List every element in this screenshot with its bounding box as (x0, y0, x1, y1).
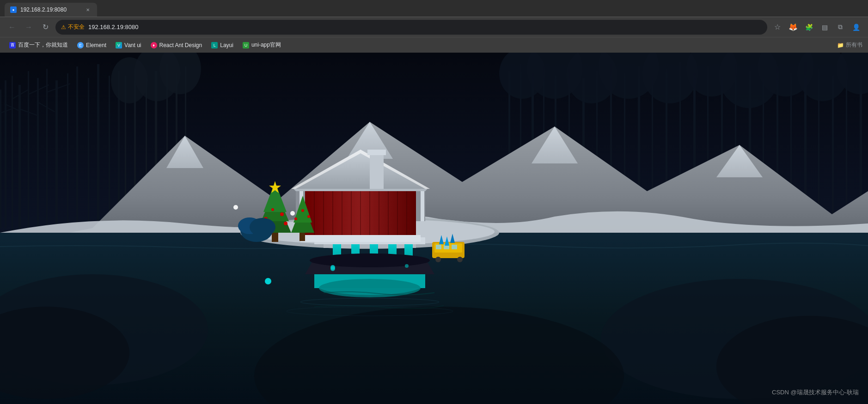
svg-rect-1 (0, 90, 1, 228)
baidu-label: 百度一下，你就知道 (18, 41, 68, 49)
element-label: Element (86, 42, 106, 48)
svg-point-144 (265, 278, 271, 284)
sidebar-button[interactable]: ▤ (818, 21, 831, 34)
svg-rect-126 (300, 233, 305, 241)
browser-chrome: ● 192.168.2.19:8080 ✕ ← → ↻ ⚠ 不安全 192.16… (0, 0, 868, 53)
address-text: 192.168.2.19:8080 (88, 24, 762, 30)
uniapp-label: uni-app官网 (251, 41, 281, 49)
svg-rect-13 (109, 76, 110, 233)
svg-point-143 (290, 211, 295, 216)
tab-close-button[interactable]: ✕ (84, 6, 92, 13)
svg-rect-7 (46, 69, 48, 233)
tab-bar: ● 192.168.2.19:8080 ✕ (0, 0, 868, 17)
layui-favicon: L (211, 42, 218, 48)
react-favicon: ♦ (151, 42, 157, 48)
bookmarks-right-label: 所有书 (846, 41, 862, 49)
svg-rect-113 (300, 235, 421, 242)
svg-point-142 (233, 205, 238, 210)
security-indicator: ⚠ 不安全 (61, 23, 85, 31)
svg-rect-5 (28, 71, 29, 233)
toolbar-right: ☆ 🦊 🧩 ▤ ⧉ 👤 (771, 21, 862, 34)
tab-favicon: ● (10, 6, 17, 13)
star-button[interactable]: ☆ (771, 21, 784, 34)
svg-rect-2 (5, 80, 6, 228)
svg-rect-107 (367, 150, 386, 155)
extensions-button[interactable]: 🧩 (802, 21, 815, 34)
svg-point-120 (271, 208, 274, 211)
bookmark-uniapp[interactable]: U uni-app官网 (239, 39, 285, 51)
svg-rect-9 (67, 73, 68, 230)
svg-rect-11 (88, 78, 89, 233)
svg-point-146 (330, 266, 335, 271)
bookmark-vant[interactable]: V Vant ui (112, 40, 145, 50)
svg-point-127 (294, 217, 297, 220)
svg-rect-10 (76, 66, 78, 233)
svg-point-135 (435, 257, 441, 262)
svg-point-141 (310, 253, 430, 267)
split-screen-button[interactable]: ⧉ (834, 21, 847, 34)
active-tab[interactable]: ● 192.168.2.19:8080 ✕ (5, 3, 97, 17)
bookmark-element[interactable]: E Element (73, 40, 110, 50)
forward-button[interactable]: → (22, 21, 35, 34)
svg-rect-137 (436, 245, 441, 249)
svg-rect-112 (421, 191, 424, 221)
scene-svg (0, 53, 868, 404)
bookmarks-bar: 百 百度一下，你就知道 E Element V Vant ui ♦ React … (0, 37, 868, 53)
svg-marker-110 (293, 189, 428, 191)
element-favicon: E (77, 42, 84, 48)
svg-point-132 (250, 218, 275, 236)
uniapp-favicon: U (243, 42, 249, 48)
bookmark-layui[interactable]: L Layui (208, 40, 237, 50)
svg-rect-8 (55, 80, 58, 228)
svg-point-129 (301, 209, 304, 212)
svg-point-147 (405, 264, 409, 268)
back-button[interactable]: ← (6, 21, 18, 34)
watermark-text: CSDN @瑞晟技术服务中心-耿瑞 (772, 389, 859, 396)
svg-rect-106 (370, 152, 384, 189)
layui-label: Layui (220, 42, 233, 48)
page-content: CSDN @瑞晟技术服务中心-耿瑞 (0, 53, 868, 404)
svg-point-119 (280, 212, 284, 216)
warning-triangle-icon: ⚠ (61, 24, 66, 30)
watermark: CSDN @瑞晟技术服务中心-耿瑞 (772, 388, 859, 397)
vant-favicon: V (116, 42, 122, 48)
svg-rect-4 (18, 85, 21, 228)
svg-rect-117 (272, 233, 278, 242)
tab-title: 192.168.2.19:8080 (20, 6, 80, 13)
svg-point-136 (457, 257, 463, 262)
bookmark-react[interactable]: ♦ React Ant Design (147, 40, 206, 50)
security-label: 不安全 (68, 23, 85, 31)
address-bar[interactable]: ⚠ 不安全 192.168.2.19:8080 (55, 20, 767, 35)
svg-point-128 (307, 215, 310, 218)
fox-extensions-icon[interactable]: 🦊 (787, 21, 800, 34)
svg-point-122 (284, 222, 287, 225)
svg-rect-12 (97, 64, 99, 233)
baidu-favicon: 百 (9, 42, 16, 48)
react-label: React Ant Design (159, 42, 202, 48)
reload-button[interactable]: ↻ (39, 21, 52, 34)
svg-rect-139 (452, 245, 457, 249)
svg-rect-6 (37, 78, 39, 230)
toolbar: ← → ↻ ⚠ 不安全 192.168.2.19:8080 ☆ 🦊 🧩 ▤ ⧉ … (0, 17, 868, 37)
profile-button[interactable]: 👤 (850, 21, 862, 34)
bookmarks-more[interactable]: 📁 所有书 (837, 41, 862, 49)
vant-label: Vant ui (124, 42, 141, 48)
bookmark-baidu[interactable]: 百 百度一下，你就知道 (6, 39, 72, 51)
